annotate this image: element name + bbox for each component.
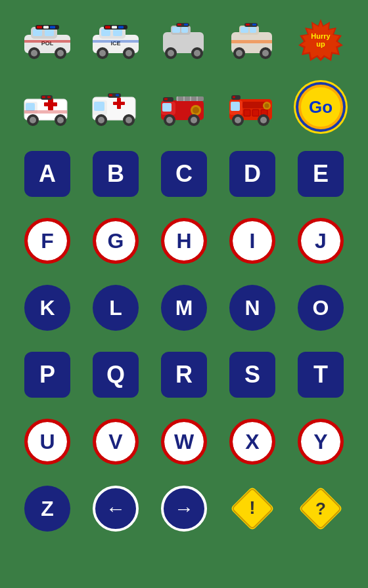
svg-rect-96 bbox=[231, 102, 240, 111]
svg-text:?: ? bbox=[315, 499, 326, 518]
svg-point-25 bbox=[126, 50, 132, 56]
warning-exclamation-sign: ! bbox=[223, 479, 282, 538]
letter-M: M bbox=[161, 285, 207, 331]
go-badge[interactable]: Go bbox=[291, 77, 350, 136]
letter-O: O bbox=[298, 285, 344, 331]
svg-rect-30 bbox=[172, 27, 180, 33]
warning-question-sign: ? bbox=[291, 479, 350, 538]
letter-D: D bbox=[229, 151, 275, 197]
letter-K-item: K bbox=[18, 278, 77, 337]
svg-point-49 bbox=[262, 50, 269, 56]
svg-rect-72 bbox=[109, 94, 112, 96]
svg-rect-16 bbox=[101, 29, 110, 36]
letter-L: L bbox=[93, 285, 139, 331]
letter-U: U bbox=[24, 419, 70, 465]
letter-U-item: U bbox=[18, 412, 77, 471]
hurry-up-text: Hurry up bbox=[310, 32, 332, 48]
svg-rect-59 bbox=[42, 96, 45, 98]
letter-I: I bbox=[229, 218, 275, 264]
letter-S: S bbox=[229, 352, 275, 398]
svg-rect-33 bbox=[177, 24, 181, 26]
svg-point-38 bbox=[194, 50, 200, 56]
svg-point-23 bbox=[99, 50, 106, 56]
svg-rect-98 bbox=[244, 110, 250, 116]
svg-point-36 bbox=[168, 50, 174, 56]
svg-rect-7 bbox=[50, 26, 55, 29]
warning-question: ? bbox=[298, 486, 343, 531]
row-pqrst: P Q R S T bbox=[13, 345, 355, 404]
police-car-1: POL bbox=[18, 10, 77, 70]
svg-point-108 bbox=[260, 117, 267, 123]
letter-O-item: O bbox=[291, 278, 350, 337]
letter-C: C bbox=[161, 151, 207, 197]
svg-rect-99 bbox=[252, 110, 259, 116]
letter-K: K bbox=[24, 285, 70, 331]
svg-rect-45 bbox=[252, 24, 256, 26]
svg-point-64 bbox=[57, 117, 64, 123]
letter-P: P bbox=[24, 352, 70, 398]
svg-rect-5 bbox=[37, 26, 42, 29]
letter-E: E bbox=[298, 151, 344, 197]
letter-J: J bbox=[298, 218, 344, 264]
svg-rect-6 bbox=[43, 26, 49, 29]
svg-rect-89 bbox=[164, 98, 168, 100]
svg-rect-73 bbox=[116, 94, 119, 96]
row-abcde: A B C D E bbox=[13, 144, 355, 203]
svg-point-106 bbox=[235, 117, 241, 123]
letter-F: F bbox=[24, 218, 70, 264]
letter-Y-item: Y bbox=[291, 412, 350, 471]
letter-X: X bbox=[229, 419, 275, 465]
svg-rect-70 bbox=[117, 98, 121, 109]
svg-point-87 bbox=[193, 107, 199, 114]
letter-V-item: V bbox=[86, 412, 145, 471]
svg-rect-31 bbox=[181, 27, 188, 33]
svg-point-75 bbox=[98, 117, 104, 123]
letter-G-item: G bbox=[86, 211, 145, 270]
letter-W-item: W bbox=[154, 412, 214, 471]
fire-truck-2 bbox=[223, 77, 282, 136]
letter-S-item: S bbox=[223, 345, 282, 404]
go-text: Go bbox=[309, 97, 333, 117]
letter-N: N bbox=[229, 285, 275, 331]
van-1 bbox=[154, 10, 214, 70]
svg-rect-55 bbox=[26, 103, 35, 111]
letter-L-item: L bbox=[86, 278, 145, 337]
svg-point-77 bbox=[126, 117, 132, 123]
row-uvwxy: U V W X Y bbox=[13, 412, 355, 471]
svg-rect-13 bbox=[24, 40, 70, 43]
arrow-left-circle: ← bbox=[93, 486, 139, 532]
svg-text:!: ! bbox=[249, 497, 255, 518]
right-arrow-icon: → bbox=[174, 499, 194, 518]
letter-N-item: N bbox=[223, 278, 282, 337]
svg-rect-20 bbox=[112, 26, 117, 29]
letter-B: B bbox=[93, 151, 139, 197]
ambulance-2 bbox=[86, 77, 145, 136]
letter-Z-item: Z bbox=[18, 479, 77, 538]
letter-X-item: X bbox=[223, 412, 282, 471]
letter-B-item: B bbox=[86, 144, 145, 203]
svg-rect-21 bbox=[118, 26, 124, 29]
svg-point-93 bbox=[191, 117, 197, 123]
letter-E-item: E bbox=[291, 144, 350, 203]
svg-point-47 bbox=[236, 50, 242, 56]
letter-R: R bbox=[161, 352, 207, 398]
svg-rect-19 bbox=[105, 26, 110, 29]
row-police-vehicles: POL ICE bbox=[13, 10, 355, 70]
row-fghij: F G H I J bbox=[13, 211, 355, 270]
letter-R-item: R bbox=[154, 345, 214, 404]
fire-truck-1 bbox=[154, 77, 214, 136]
svg-rect-17 bbox=[113, 29, 122, 36]
letter-W: W bbox=[161, 419, 207, 465]
arrow-right-sign: → bbox=[154, 479, 214, 538]
svg-rect-65 bbox=[24, 110, 67, 114]
letter-P-item: P bbox=[18, 345, 77, 404]
letter-D-item: D bbox=[223, 144, 282, 203]
letter-Q: Q bbox=[93, 352, 139, 398]
svg-rect-2 bbox=[33, 29, 42, 36]
letter-V: V bbox=[93, 419, 139, 465]
ambulance-1 bbox=[18, 77, 77, 136]
letter-Y: Y bbox=[298, 419, 344, 465]
letter-Q-item: Q bbox=[86, 345, 145, 404]
arrow-left-sign: ← bbox=[86, 479, 145, 538]
hurry-up-badge[interactable]: Hurry up bbox=[291, 10, 350, 70]
